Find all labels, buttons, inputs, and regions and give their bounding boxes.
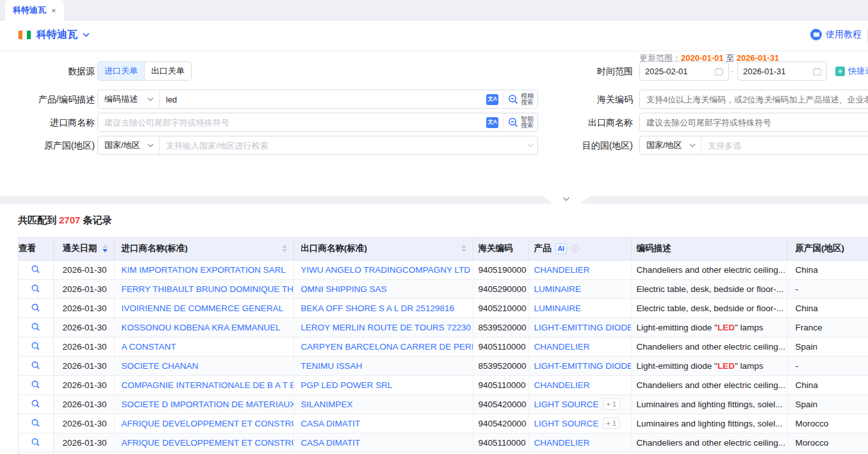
exporter-cell: BEKA OFF SHORE S A L DR 25129816	[293, 298, 473, 318]
importer-link[interactable]: AFRIQUE DEVELOPPEMENT ET CONSTRUCT...	[122, 438, 294, 448]
more-products-badge[interactable]: + 1	[603, 398, 621, 410]
view-row-button[interactable]	[31, 340, 40, 351]
tab-close-icon[interactable]: ×	[51, 6, 56, 15]
date-end-value[interactable]	[743, 67, 813, 76]
importer-cell: AFRIQUE DEVELOPPEMENT ET CONSTRUCT...	[114, 414, 293, 433]
tab-title: 科特迪瓦	[13, 4, 46, 16]
importer-link[interactable]: KOSSONOU KOBENA KRA EMMANUEL	[122, 323, 281, 332]
table-row: 2026-01-30COMPAGNIE INTERNATIONALE DE B …	[19, 375, 868, 394]
exporter-input[interactable]	[640, 118, 868, 127]
product-link[interactable]: CHANDELIER	[534, 380, 590, 390]
data-source-option[interactable]: 出口关单	[144, 62, 191, 80]
destination-country-input[interactable]	[701, 141, 868, 150]
table-row: 2026-01-30IVOIRIENNE DE COMMERCE GENERAL…	[19, 298, 868, 318]
product-link[interactable]: LIGHT SOURCE	[534, 400, 599, 409]
hs-code-cell: 9405190000	[473, 260, 528, 279]
results-table: 查看通关日期进口商名称(标准)出口商名称(标准)海关编码产品AI编码描述原产国(…	[19, 238, 868, 453]
hs-code-cell: 9405420000	[473, 414, 528, 433]
exporter-link[interactable]: CASA DIMATIT	[301, 438, 361, 448]
product-cell: CHANDELIER	[528, 260, 631, 279]
data-source-option[interactable]: 进口关单	[98, 62, 144, 80]
product-link[interactable]: CHANDELIER	[534, 342, 590, 352]
importer-link[interactable]: SOCIETE CHANAN	[122, 361, 199, 371]
exporter-link[interactable]: YIWU ANGELO TRADINGCOMPAGNY LTD	[301, 265, 471, 275]
view-row-button[interactable]	[31, 417, 40, 428]
importer-link[interactable]: AFRIQUE DEVELOPPEMENT ET CONSTRUCT...	[122, 419, 294, 428]
calendar-icon[interactable]	[813, 67, 821, 76]
origin-type-select[interactable]: 国家/地区	[98, 136, 160, 154]
view-row-button[interactable]	[31, 321, 40, 332]
column-header-date[interactable]: 通关日期	[53, 238, 114, 260]
exporter-link[interactable]: TENIMU ISSAH	[301, 361, 363, 371]
more-products-badge[interactable]: + 1	[603, 418, 621, 429]
importer-link[interactable]: SOCIETE D IMPORTATION DE MATERIAUX E...	[122, 400, 294, 409]
translate-icon[interactable]: 文A	[486, 117, 498, 128]
view-cell	[19, 356, 53, 375]
importer-cell: AFRIQUE DEVELOPPEMENT ET CONSTRUCT...	[114, 433, 293, 452]
search-minus-icon	[508, 117, 519, 128]
product-link[interactable]: LIGHT SOURCE	[534, 419, 599, 428]
date-start-input[interactable]	[639, 61, 729, 81]
exporter-link[interactable]: LEROY MERLIN ROUTE DE TOURS 72230 M	[301, 323, 473, 332]
product-input[interactable]	[160, 95, 486, 104]
column-header-imp[interactable]: 进口商名称(标准)	[114, 238, 293, 260]
hs-code-input[interactable]	[640, 95, 868, 104]
product-link[interactable]: LIGHT-EMITTING DIODE	[534, 323, 632, 332]
view-row-button[interactable]	[31, 378, 40, 389]
exporter-cell: CASA DIMATIT	[293, 414, 473, 433]
exporter-link[interactable]: PGP LED POWER SRL	[301, 380, 393, 390]
exporter-link[interactable]: CASA DIMATIT	[301, 419, 361, 428]
view-row-button[interactable]	[31, 436, 40, 447]
column-header-exp[interactable]: 出口商名称(标准)	[293, 238, 473, 260]
exporter-cell: YIWU ANGELO TRADINGCOMPAGNY LTD	[293, 260, 473, 279]
tutorial-button[interactable]: 使用教程	[810, 29, 862, 40]
sort-icons[interactable]	[102, 245, 109, 252]
importer-link[interactable]: IVOIRIENNE DE COMMERCE GENERAL	[122, 304, 284, 313]
match-count: 共匹配到2707条记录	[18, 215, 111, 227]
quick-select-button[interactable]: ✳ 快捷选	[835, 61, 868, 81]
sort-icons[interactable]	[282, 245, 288, 252]
importer-link[interactable]: COMPAGNIE INTERNATIONALE DE B A T E R	[122, 380, 294, 390]
keyword-highlight: LED	[717, 323, 735, 332]
product-link[interactable]: CHANDELIER	[534, 265, 590, 275]
destination-type-select[interactable]: 国家/地区	[640, 136, 701, 154]
product-type-select[interactable]: 编码描述	[98, 90, 160, 108]
view-row-button[interactable]	[31, 263, 40, 274]
cote-divoire-flag-icon	[18, 30, 31, 40]
chevron-down-icon	[83, 33, 90, 37]
view-row-button[interactable]	[31, 359, 40, 370]
exporter-link[interactable]: SILANIMPEX	[301, 400, 353, 409]
date-cell: 2026-01-30	[53, 375, 114, 394]
view-row-button[interactable]	[31, 398, 40, 409]
tab-cote-divoire[interactable]: 科特迪瓦 ×	[5, 0, 64, 20]
date-end-input[interactable]	[737, 61, 827, 81]
origin-country-input[interactable]	[160, 141, 527, 150]
fuzzy-search-button[interactable]: 模糊搜索	[508, 93, 534, 106]
translate-icon[interactable]: 文A	[486, 94, 498, 105]
product-cell: LIGHT-EMITTING DIODE	[528, 318, 631, 337]
column-label: 通关日期	[63, 243, 97, 254]
view-row-button[interactable]	[31, 282, 40, 293]
origin-country-label: 原产国(地区)	[0, 136, 95, 155]
chevron-down-icon[interactable]	[527, 143, 534, 147]
exporter-link[interactable]: CARPYEN BARCELONA CARRER DE PERE IV	[301, 342, 473, 352]
importer-link[interactable]: KIM IMPORTATION EXPORTATION SARL	[122, 265, 286, 275]
view-row-button[interactable]	[31, 302, 40, 312]
importer-link[interactable]: FERRY THIBAULT BRUNO DOMINIQUE THO...	[122, 284, 294, 294]
exporter-link[interactable]: BEKA OFF SHORE S A L DR 25129816	[301, 304, 455, 313]
product-link[interactable]: CHANDELIER	[534, 438, 590, 448]
data-source-label: 数据源	[0, 61, 95, 81]
country-selector[interactable]: 科特迪瓦	[18, 28, 90, 42]
product-link[interactable]: LUMINAIRE	[534, 304, 582, 313]
smart-search-button[interactable]: 智能搜索	[508, 116, 534, 129]
importer-link[interactable]: A CONSTANT	[122, 342, 176, 352]
info-icon[interactable]	[571, 245, 579, 253]
importer-input[interactable]	[98, 118, 486, 127]
calendar-icon[interactable]	[715, 67, 723, 76]
view-cell	[19, 318, 53, 337]
product-link[interactable]: LIGHT-EMITTING DIODE	[534, 361, 632, 371]
date-start-value[interactable]	[645, 67, 715, 76]
sort-icons[interactable]	[461, 245, 468, 252]
product-link[interactable]: LUMINAIRE	[534, 284, 582, 294]
exporter-link[interactable]: OMNI SHIPPING SAS	[301, 284, 387, 294]
